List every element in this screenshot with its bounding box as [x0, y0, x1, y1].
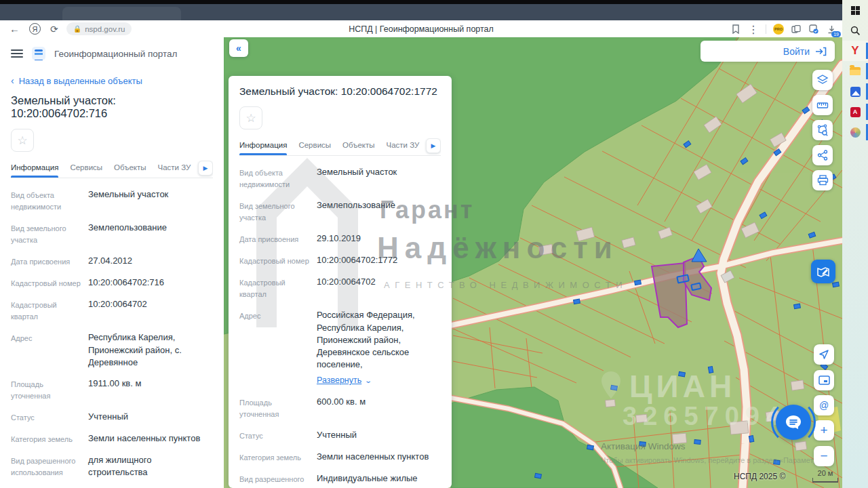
back-to-selected-link[interactable]: ‹ Назад в выделенные объекты	[11, 75, 213, 86]
scale-label: 20 м	[818, 469, 833, 477]
fields-list: Вид объекта недвижимости Земельный участ…	[239, 166, 441, 488]
field-value: 10:20:0064702 ⌄	[81, 298, 213, 323]
locate-button[interactable]	[814, 344, 834, 365]
map-attribution: НСПД 2025 ©	[734, 472, 785, 481]
minimap-button[interactable]	[814, 370, 834, 390]
field-label: Вид объекта недвижимости	[239, 166, 310, 190]
feedback-sketch-button[interactable]	[811, 260, 835, 283]
field-row: Категория земель Земли населенных пункто…	[239, 451, 441, 464]
browser-toolbar: ← Я ⟳ 🔒 nspd.gov.ru НСПД | Геоинформацио…	[0, 20, 842, 38]
pro-badge[interactable]: PRO	[773, 24, 784, 35]
field-label: Статус	[239, 429, 310, 442]
address-bar[interactable]: 🔒 nspd.gov.ru	[66, 22, 132, 35]
field-value: 27.04.2012 ⌄	[81, 255, 213, 268]
field-row: Вид разрешенного использования для жилищ…	[11, 454, 213, 479]
field-value: Индивидуальные жилые дома двухэтажные и …	[310, 472, 441, 488]
bookmark-icon[interactable]	[730, 24, 741, 35]
field-row: Вид земельного участка Землепользование …	[239, 199, 441, 224]
field-value: Учтенный ⌄	[310, 429, 441, 442]
field-value: Земли населенных пунктов ⌄	[81, 432, 213, 445]
print-icon	[817, 175, 829, 186]
tab[interactable]: Информация	[239, 141, 287, 155]
downloads-icon[interactable]: 19	[826, 24, 837, 35]
favorite-button[interactable]: ☆	[11, 129, 34, 152]
print-button[interactable]	[812, 170, 833, 190]
acrobat-icon: A	[850, 107, 861, 117]
field-row: Категория земель Земли населенных пункто…	[11, 432, 213, 445]
tab[interactable]: Части ЗУ	[158, 163, 191, 178]
parcel-title: Земельный участок: 10:20:0064702:716	[11, 94, 213, 120]
tabs-overflow-button[interactable]: ▶	[198, 161, 213, 176]
taskbar-yandex-browser[interactable]: Y	[842, 41, 868, 61]
layers-icon	[816, 74, 829, 86]
taskbar-search-button[interactable]	[842, 20, 868, 41]
tab[interactable]: Информация	[11, 163, 58, 178]
back-link-label: Назад в выделенные объекты	[19, 76, 142, 86]
tab[interactable]: Сервисы	[298, 141, 331, 155]
field-value: Российская Федерация, Республика Карелия…	[310, 309, 441, 386]
login-label: Войти	[783, 46, 810, 57]
login-icon	[815, 47, 827, 56]
taskbar-explorer[interactable]	[842, 61, 868, 81]
field-value: для жилищного строительства ⌄	[81, 454, 213, 479]
chevron-left-icon: ‹	[11, 75, 14, 86]
tab[interactable]: Части ЗУ	[387, 141, 420, 155]
field-row: Адрес Республика Карелия, Прионежский ра…	[11, 331, 213, 369]
field-label: Вид объекта недвижимости	[11, 188, 81, 213]
field-row: Дата присвоения 29.10.2019 ⌄	[239, 232, 441, 245]
field-label: Вид разрешенного использования	[239, 472, 310, 488]
field-label: Категория земель	[11, 432, 81, 445]
taskbar-photos[interactable]	[842, 81, 868, 102]
url-text: nspd.gov.ru	[85, 25, 125, 33]
field-row: Кадастровый номер 10:20:0064702:1772 ⌄	[239, 254, 441, 267]
sketch-icon	[816, 266, 830, 278]
scale-bar	[812, 478, 838, 483]
field-row: Кадастровый квартал 10:20:0064702 ⌄	[239, 276, 441, 300]
screen: ← Я ⟳ 🔒 nspd.gov.ru НСПД | Геоинформацио…	[0, 0, 868, 488]
reload-icon[interactable]: ⟳	[50, 24, 58, 35]
extension-check-icon[interactable]	[808, 24, 819, 35]
browser-tab[interactable]	[62, 7, 181, 20]
toolbar-divider	[766, 24, 766, 34]
field-label: Кадастровый номер	[11, 277, 81, 289]
field-label: Категория земель	[239, 451, 310, 464]
taskbar-paint[interactable]	[842, 122, 868, 142]
tab[interactable]: Объекты	[342, 141, 374, 155]
zoom-in-button[interactable]: +	[814, 420, 834, 441]
yandex-menu-icon[interactable]: Я	[29, 23, 41, 35]
expand-link[interactable]: Развернуть⌄	[317, 375, 441, 387]
collections-icon[interactable]	[791, 24, 802, 35]
map-scale: 20 м	[812, 469, 838, 483]
tab[interactable]: Объекты	[114, 163, 146, 178]
zoom-out-button[interactable]: −	[814, 446, 834, 466]
chevron-down-icon: ⌄	[365, 376, 373, 386]
field-row: Кадастровый номер 10:20:0064702:716 ⌄	[11, 277, 213, 289]
kebab-menu-icon[interactable]: ⋮	[748, 24, 759, 35]
field-value: Учтенный ⌄	[81, 411, 213, 424]
start-button[interactable]	[842, 0, 868, 20]
tab[interactable]: Сервисы	[70, 163, 102, 178]
tabs-overflow-button[interactable]: ▶	[426, 138, 441, 153]
field-value: Землепользование ⌄	[310, 199, 441, 224]
collapse-panel-button[interactable]: «	[229, 39, 248, 57]
taskbar-acrobat[interactable]: A	[842, 102, 868, 122]
windows-logo-icon	[851, 6, 860, 15]
back-icon[interactable]: ←	[9, 23, 20, 35]
favorite-button[interactable]: ☆	[239, 106, 262, 129]
field-value: 10:20:0064702:716 ⌄	[81, 277, 213, 289]
field-row: Дата присвоения 27.04.2012 ⌄	[11, 255, 213, 268]
portal-logo-icon[interactable]	[32, 47, 45, 60]
measure-area-button[interactable]	[812, 120, 833, 140]
layers-button[interactable]	[812, 70, 833, 90]
field-value: 10:20:0064702 ⌄	[310, 276, 441, 300]
field-value: Землепользование ⌄	[81, 222, 213, 246]
coordinates-button[interactable]: @	[814, 395, 834, 415]
field-value: 600.00 кв. м ⌄	[310, 396, 441, 420]
share-button[interactable]	[812, 145, 833, 165]
login-button[interactable]: Войти	[701, 41, 835, 62]
hamburger-menu-icon[interactable]	[11, 49, 23, 58]
chat-button[interactable]	[776, 405, 811, 440]
ruler-button[interactable]	[812, 95, 833, 115]
field-label: Статус	[11, 411, 81, 424]
field-label: Вид земельного участка	[239, 199, 310, 224]
